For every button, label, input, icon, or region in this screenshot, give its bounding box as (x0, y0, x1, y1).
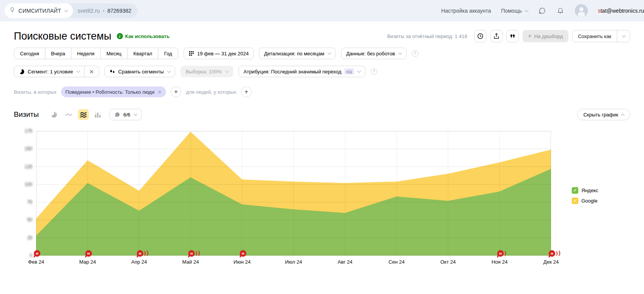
x-tick-label: Дек 24 (543, 259, 559, 265)
column-chart-type-icon[interactable] (93, 109, 103, 120)
history-clock-button[interactable] (474, 30, 486, 42)
date-range-label: 19 фев — 31 дек 2024 (197, 51, 249, 56)
remove-chip-icon[interactable]: ✕ (158, 90, 162, 95)
feedback-chat-icon[interactable] (538, 7, 546, 15)
annotation-badge[interactable]: Н (85, 250, 92, 257)
how-to-use-link[interactable]: i Как использовать (117, 33, 170, 39)
period-tab-5[interactable]: Год (158, 48, 178, 59)
y-tick-label: 100 (21, 182, 32, 187)
segment-clear-button[interactable]: ✕ (84, 66, 99, 77)
help-question-icon[interactable]: ? (412, 50, 418, 57)
legend-item-google[interactable]: ✓Google (572, 198, 598, 204)
visits-chart: 0255075100125150175 Фев 24Мар 24Апр 24Ма… (14, 126, 630, 279)
add-visit-condition-button[interactable]: + (171, 86, 181, 97)
annotation-badge[interactable]: Н (240, 250, 246, 257)
hide-chart-label: Скрыть график (583, 112, 618, 118)
account-settings-link[interactable]: Настройка аккаунта (441, 8, 491, 14)
notifications-bell-icon[interactable] (556, 7, 565, 15)
close-icon: ✕ (89, 69, 94, 75)
chevron-up-icon (621, 113, 625, 117)
counter-switcher[interactable]: СИМСИТИЛАЙТ svet82.ru • 87269382 (5, 3, 138, 18)
x-tick-label: Июл 24 (285, 259, 302, 265)
compare-segments-label: Сравнить сегменты (118, 69, 164, 75)
annotations-count-label: 6/6 (123, 112, 130, 118)
period-tab-1[interactable]: Вчера (45, 48, 71, 59)
export-button[interactable] (490, 30, 503, 42)
conditions-row: Визиты, в которых Поведение • Роботность… (14, 86, 630, 97)
for-people-label: для людей, у которых (186, 89, 236, 95)
title-actions: Визиты за отчётный период: 1 418 + На (387, 30, 630, 42)
sampling-label: Выборка: 100% (186, 69, 222, 75)
y-tick-label: 175 (21, 128, 32, 134)
stacked-area-chart-type-icon[interactable] (78, 109, 89, 120)
segment-filter-row: Сегмент: 1 условие ✕ Сравнить сегменты В… (14, 66, 630, 77)
chevron-down-icon (328, 51, 332, 55)
legend-label: Google (581, 198, 598, 204)
to-dashboard-button[interactable]: + На дашборд (523, 30, 568, 42)
annotation-badge[interactable]: Н (497, 250, 504, 257)
hide-chart-button[interactable]: Скрыть график (577, 109, 630, 120)
pie-chart-type-icon[interactable] (49, 109, 60, 120)
period-tab-0[interactable]: Сегодня (14, 48, 45, 59)
period-tab-2[interactable]: Неделя (71, 48, 101, 59)
period-tab-4[interactable]: Квартал (127, 48, 158, 59)
save-as-button[interactable]: Сохранить как (573, 30, 617, 42)
bulb-icon (9, 7, 15, 15)
x-tick-label: Мар 24 (79, 259, 96, 265)
how-to-use-label: Как использовать (125, 33, 170, 39)
add-people-condition-button[interactable]: + (241, 86, 252, 97)
counter-id: 87269382 (108, 8, 131, 14)
annotations-toggle-button[interactable]: 6/6 (110, 109, 142, 120)
chevron-down-icon (65, 8, 68, 12)
line-chart-type-icon[interactable] (63, 109, 74, 120)
data-mode-label: Данные: без роботов (346, 51, 395, 56)
attribution-label: Атрибуция: Последний значимый переход (244, 69, 342, 75)
legend-checkbox[interactable]: ✓ (572, 187, 578, 194)
annotation-badge[interactable]: Н (34, 250, 40, 257)
page-title: Поисковые системы (14, 30, 111, 42)
site-domain: svet82.ru (78, 8, 100, 14)
compare-segments-dropdown[interactable]: Сравнить сегменты (105, 66, 176, 77)
counter-pill[interactable]: СИМСИТИЛАЙТ (5, 3, 73, 18)
segment-label: Сегмент: 1 условие (28, 69, 73, 75)
save-as-caret-button[interactable] (617, 30, 630, 42)
droplets-icon (110, 69, 115, 75)
counter-site-info: svet82.ru • 87269382 (73, 8, 138, 14)
y-tick-label: 150 (21, 146, 32, 151)
date-range-button[interactable]: 19 фев — 31 дек 2024 (184, 48, 254, 59)
detalization-dropdown[interactable]: Детализация: по месяцам (259, 48, 336, 59)
calendar-grid-icon (189, 51, 194, 56)
attribution-dropdown[interactable]: Атрибуция: Последний значимый переход к/… (239, 66, 365, 77)
y-tick-label: 50 (21, 217, 32, 223)
legend-item-yandex[interactable]: ✓Яндекс (572, 187, 598, 194)
comment-bubble-icon (115, 112, 120, 118)
chart-header: Визиты (14, 109, 630, 120)
annotation-badge[interactable]: Н (137, 250, 143, 257)
sampling-dropdown[interactable]: Выборка: 100% (181, 66, 233, 77)
data-mode-dropdown[interactable]: Данные: без роботов (341, 48, 407, 59)
annotations-quotes-button[interactable] (506, 30, 519, 42)
y-tick-label: 25 (21, 235, 32, 241)
period-tabs: СегодняВчераНеделяМесяцКварталГод (14, 48, 178, 59)
robots-filter-chip[interactable]: Поведение • Роботность: Только люди ✕ (61, 86, 166, 97)
x-tick-label: Авг 24 (338, 259, 352, 265)
to-dashboard-label: На дашборд (534, 33, 563, 39)
help-label: Помощь (501, 8, 522, 14)
email-rest: tat@webtronics.ru (601, 8, 644, 14)
top-navigation: Настройка аккаунта Помощь stat@webtronic… (441, 4, 644, 17)
y-tick-label: 125 (21, 164, 32, 169)
annotation-badge[interactable]: Н (549, 250, 555, 257)
help-menu[interactable]: Помощь (501, 8, 528, 14)
user-email[interactable]: stat@webtronics.ru (598, 8, 644, 14)
period-tab-3[interactable]: Месяц (100, 48, 128, 59)
legend-checkbox[interactable]: ✓ (572, 198, 578, 204)
plot-area[interactable] (36, 131, 551, 257)
avatar[interactable] (575, 4, 588, 17)
segment-dropdown[interactable]: Сегмент: 1 условие (14, 66, 85, 77)
visits-period-summary: Визиты за отчётный период: 1 418 (387, 33, 467, 39)
stacked-area-svg[interactable] (36, 131, 551, 256)
annotation-badge[interactable]: Н (188, 250, 195, 257)
x-tick-label: Июн 24 (234, 259, 251, 265)
help-question-icon[interactable]: ? (371, 68, 377, 75)
pie-segment-icon (19, 69, 25, 75)
